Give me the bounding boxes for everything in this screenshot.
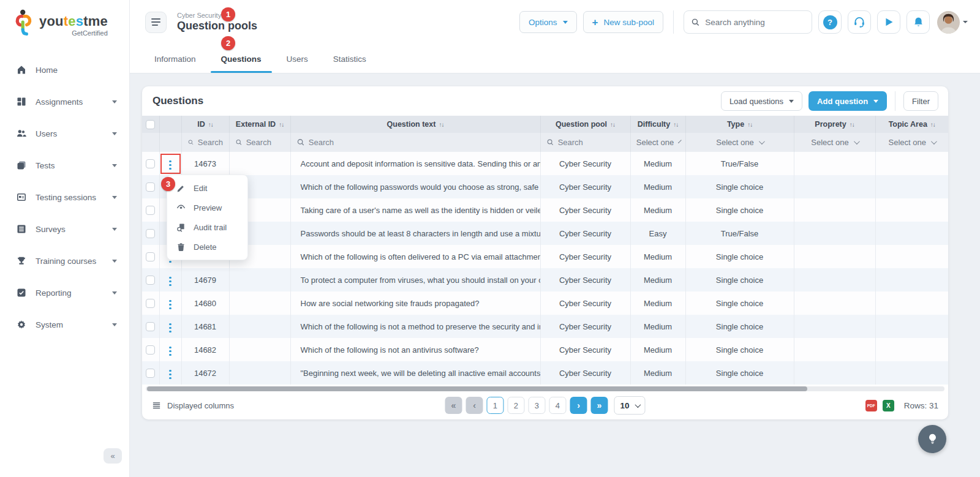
add-question-button[interactable]: Add question — [809, 91, 887, 111]
headset-icon — [853, 15, 866, 29]
pagination-page-2[interactable]: 2 — [507, 397, 524, 414]
global-search-input[interactable] — [705, 18, 804, 27]
question-pool-filter-input[interactable] — [558, 138, 624, 147]
sidebar-item-training-courses[interactable]: Training courses — [0, 245, 129, 277]
column-header-external-id[interactable]: External ID↑↓ — [229, 116, 290, 133]
new-subpool-button[interactable]: +New sub-pool — [583, 11, 663, 33]
row-checkbox[interactable] — [146, 252, 155, 261]
cell-difficulty: Medium — [630, 152, 685, 175]
displayed-columns-button[interactable]: Displayed columns — [152, 401, 234, 410]
scrollbar-thumb[interactable] — [147, 386, 807, 391]
table-row[interactable]: 14682Which of the following is not an an… — [142, 338, 948, 361]
sidebar-item-testing-sessions[interactable]: Testing sessions — [0, 181, 129, 213]
table-row[interactable]: 14681Which of the following is not a met… — [142, 315, 948, 338]
pagination-last-button[interactable]: » — [590, 397, 608, 414]
row-checkbox[interactable] — [146, 206, 155, 215]
export-pdf-icon[interactable]: PDF — [865, 400, 877, 411]
table-row[interactable]: Passwords should be at least 8 character… — [142, 222, 948, 245]
row-checkbox[interactable] — [146, 159, 155, 168]
sidebar-item-tests[interactable]: Tests — [0, 149, 129, 181]
table-row[interactable]: 14673Account and deposit information is … — [142, 152, 948, 175]
sidebar-item-reporting[interactable]: Reporting — [0, 277, 129, 309]
column-header-question-text[interactable]: Question text↑↓ — [290, 116, 540, 133]
help-button[interactable]: ? — [818, 10, 842, 34]
row-actions-kebab[interactable] — [167, 321, 174, 336]
menu-toggle-button[interactable] — [145, 12, 167, 33]
column-header-proprety[interactable]: Proprety↑↓ — [794, 116, 875, 133]
difficulty-filter-select[interactable]: Select one — [637, 138, 679, 147]
menu-item-edit[interactable]: Edit — [167, 178, 247, 198]
notifications-button[interactable] — [907, 10, 930, 34]
sort-icon[interactable]: ↑↓ — [747, 121, 752, 128]
sort-icon[interactable]: ↑↓ — [208, 121, 213, 128]
sort-icon[interactable]: ↑↓ — [673, 121, 678, 128]
select-all-checkbox[interactable] — [146, 120, 155, 129]
sidebar-collapse-button[interactable]: « — [104, 448, 122, 464]
pagination-page-1[interactable]: 1 — [486, 397, 503, 414]
page-size-select[interactable]: 10 — [614, 396, 645, 415]
column-header-type[interactable]: Type↑↓ — [685, 116, 794, 133]
load-questions-button[interactable]: Load questions — [721, 91, 802, 111]
external-id-filter-input[interactable] — [246, 138, 284, 147]
sort-icon[interactable]: ↑↓ — [439, 121, 443, 128]
row-actions-kebab[interactable] — [167, 367, 174, 382]
tab-statistics[interactable]: Statistics — [332, 54, 368, 73]
column-header-topic-area[interactable]: Topic Area↑↓ — [875, 116, 948, 133]
topic-area-filter-select[interactable]: Select one — [882, 138, 943, 147]
row-checkbox[interactable] — [146, 322, 155, 331]
sort-icon[interactable]: ↑↓ — [850, 121, 854, 128]
sidebar-item-surveys[interactable]: Surveys — [0, 213, 129, 245]
column-header-id[interactable]: ID↑↓ — [181, 116, 229, 133]
tab-users[interactable]: Users — [285, 54, 309, 73]
proprety-filter-select[interactable]: Select one — [801, 138, 869, 147]
type-filter-select[interactable]: Select one — [692, 138, 788, 147]
row-actions-kebab[interactable] — [167, 344, 174, 359]
menu-item-audit-trail[interactable]: Audit trail — [167, 217, 247, 237]
tab-questions[interactable]: Questions — [220, 54, 263, 73]
options-button[interactable]: Options — [519, 11, 577, 33]
sidebar-item-system[interactable]: System — [0, 309, 129, 340]
hints-fab-button[interactable] — [918, 425, 946, 453]
table-row[interactable]: 14677Which of the following is often del… — [142, 245, 948, 268]
sort-icon[interactable]: ↑↓ — [930, 121, 935, 128]
table-row[interactable]: 14672"Beginning next week, we will be de… — [142, 361, 948, 385]
training-courses-icon — [17, 256, 26, 266]
sort-icon[interactable]: ↑↓ — [610, 121, 615, 128]
export-excel-icon[interactable]: X — [883, 400, 894, 411]
column-header-question-pool[interactable]: Question pool↑↓ — [540, 116, 630, 133]
pagination-page-4[interactable]: 4 — [549, 397, 566, 414]
row-checkbox[interactable] — [146, 369, 155, 378]
row-checkbox[interactable] — [146, 182, 155, 192]
question-text-filter-input[interactable] — [309, 138, 534, 147]
pagination-prev-button[interactable]: ‹ — [466, 397, 483, 414]
tour-button[interactable] — [877, 10, 900, 34]
sidebar-nav: Home Assignments Users Tests Testing ses… — [0, 54, 129, 340]
sidebar-item-users[interactable]: Users — [0, 118, 129, 149]
row-checkbox[interactable] — [146, 345, 155, 355]
table-row[interactable]: 14680How are social networking site frau… — [142, 291, 948, 315]
table-row[interactable]: Taking care of a user's name as well as … — [142, 198, 948, 222]
pagination-first-button[interactable]: « — [445, 397, 462, 414]
user-menu[interactable] — [937, 11, 968, 34]
pagination-next-button[interactable]: › — [570, 397, 587, 414]
search-icon — [236, 138, 242, 146]
table-row[interactable]: 14679To protect a computer from viruses,… — [142, 268, 948, 291]
sidebar-item-home[interactable]: Home — [0, 54, 129, 86]
tab-information[interactable]: Information — [153, 54, 197, 73]
support-button[interactable] — [848, 10, 871, 34]
table-row[interactable]: Which of the following passwords would y… — [142, 175, 948, 198]
row-checkbox[interactable] — [146, 229, 155, 238]
row-checkbox[interactable] — [146, 276, 155, 285]
column-header-difficulty[interactable]: Difficulty↑↓ — [630, 116, 685, 133]
row-actions-kebab[interactable] — [167, 298, 174, 312]
pagination-page-3[interactable]: 3 — [528, 397, 545, 414]
sidebar-item-assignments[interactable]: Assignments — [0, 86, 129, 118]
breadcrumb[interactable]: Cyber Security — [177, 12, 257, 19]
filter-button[interactable]: Filter — [903, 91, 938, 111]
menu-item-delete[interactable]: Delete — [167, 237, 247, 257]
row-checkbox[interactable] — [146, 299, 155, 308]
menu-item-preview[interactable]: Preview — [167, 198, 247, 217]
id-filter-input[interactable] — [198, 138, 223, 147]
row-actions-kebab[interactable] — [167, 274, 174, 289]
sort-icon[interactable]: ↑↓ — [279, 121, 284, 128]
